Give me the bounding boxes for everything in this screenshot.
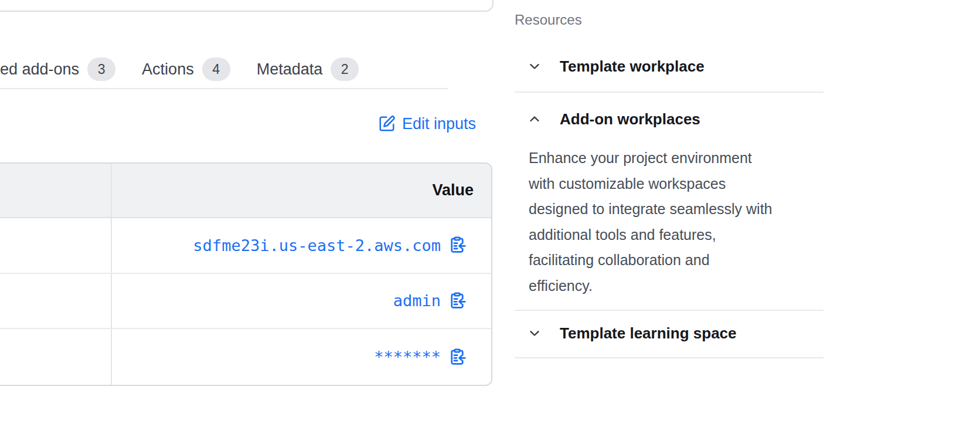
clipboard-copy-icon xyxy=(448,292,466,310)
accordion-body-text: Enhance your project environment with cu… xyxy=(529,145,810,299)
tab-count-badge: 3 xyxy=(87,57,115,81)
tab-label: Metadata xyxy=(257,60,323,79)
tab-actions[interactable]: Actions 4 xyxy=(142,57,230,81)
tab-count-badge: 4 xyxy=(202,57,230,81)
chevron-up-icon xyxy=(528,112,542,126)
copy-value-button[interactable] xyxy=(448,236,466,254)
row-value-cell: ******* xyxy=(112,329,491,385)
body-line: facilitating collaboration and xyxy=(529,248,810,273)
edit-pencil-square-icon xyxy=(378,115,396,133)
table-row: admin xyxy=(0,274,491,330)
tab-count-badge: 2 xyxy=(331,57,359,81)
chevron-down-icon xyxy=(528,326,542,340)
accordion-header-template-workplace[interactable]: Template workplace xyxy=(515,53,824,80)
accordion-section-template-workplace: Template workplace xyxy=(515,53,824,93)
edit-inputs-label: Edit inputs xyxy=(402,115,476,133)
accordion-header-template-learning-space[interactable]: Template learning space xyxy=(515,320,824,347)
table-header-value: Value xyxy=(112,164,491,217)
row-value-text: sdfme23i.us-east-2.aws.com xyxy=(193,236,441,255)
body-line: efficiency. xyxy=(529,273,810,299)
row-value-cell: admin xyxy=(112,274,491,328)
row-name-cell xyxy=(0,218,112,273)
row-value-text: ******* xyxy=(374,348,441,366)
tab-label: ed add-ons xyxy=(0,60,79,79)
screen: ed add-ons 3 Actions 4 Metadata 2 Edit i… xyxy=(0,0,980,427)
tab-installed-add-ons[interactable]: ed add-ons 3 xyxy=(0,57,115,81)
accordion-section-add-on-workplaces: Add-on workplaces Enhance your project e… xyxy=(515,93,824,311)
row-value-cell: sdfme23i.us-east-2.aws.com xyxy=(112,218,491,273)
row-name-cell xyxy=(0,329,112,385)
edit-inputs-link[interactable]: Edit inputs xyxy=(378,113,476,134)
tab-bar: ed add-ons 3 Actions 4 Metadata 2 xyxy=(0,56,359,82)
chevron-down-icon xyxy=(528,59,542,73)
tab-label: Actions xyxy=(142,60,194,79)
table-row: ******* xyxy=(0,329,491,385)
row-name-cell xyxy=(0,274,112,328)
accordion-title: Template learning space xyxy=(560,324,737,343)
body-line: Enhance your project environment xyxy=(529,145,810,171)
accordion-title: Template workplace xyxy=(560,57,705,76)
copy-value-button[interactable] xyxy=(448,348,466,366)
copy-value-button[interactable] xyxy=(448,292,466,310)
accordion-title: Add-on workplaces xyxy=(560,110,700,128)
tab-bar-divider xyxy=(0,88,448,89)
accordion-header-add-on-workplaces[interactable]: Add-on workplaces xyxy=(515,106,824,133)
tab-metadata[interactable]: Metadata 2 xyxy=(257,57,359,81)
resources-panel: Resources Template workplace Add-on work… xyxy=(515,12,824,28)
resources-accordion: Template workplace Add-on workplaces Enh… xyxy=(515,53,824,358)
top-card-bottom-edge xyxy=(0,0,494,12)
inputs-table: Value sdfme23i.us-east-2.aws.com xyxy=(0,162,492,386)
table-row: sdfme23i.us-east-2.aws.com xyxy=(0,218,491,274)
body-line: designed to integrate seamlessly with xyxy=(529,196,810,222)
table-header-row: Value xyxy=(0,164,491,218)
clipboard-copy-icon xyxy=(448,348,466,366)
body-line: with customizable workspaces xyxy=(529,171,810,197)
table-header-name-column xyxy=(0,164,112,217)
accordion-section-template-learning-space: Template learning space xyxy=(515,311,824,358)
body-line: additional tools and features, xyxy=(529,222,810,248)
clipboard-copy-icon xyxy=(448,236,466,254)
row-value-text: admin xyxy=(393,292,441,310)
resources-heading: Resources xyxy=(515,12,824,28)
